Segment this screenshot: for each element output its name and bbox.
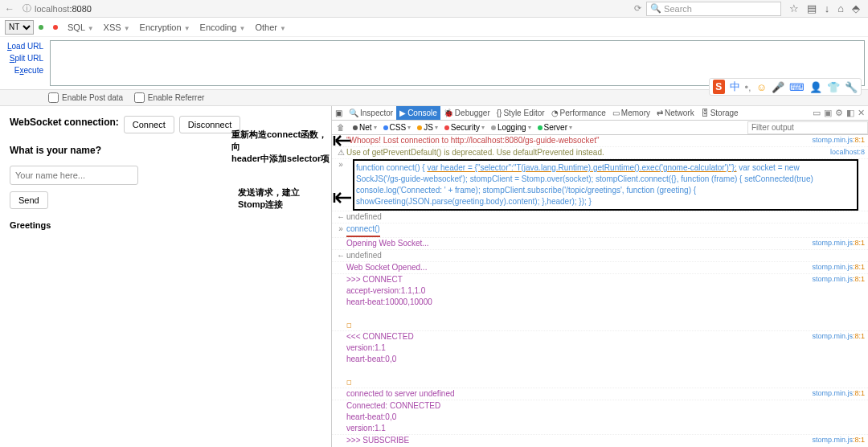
log-src: stomp.min.js:8:1 [809,135,865,146]
log-server: connected to server undefined [346,388,809,400]
log-lost: "Whoops! Lost connection to http://local… [346,135,809,146]
enable-referrer-checkbox[interactable] [134,92,145,103]
log-connected-block: <<< CONNECTEDversion:1.1heart-beat:0,0◻ [346,331,809,388]
ime-emoji-icon[interactable]: ☺ [756,81,767,93]
home-icon[interactable]: ⌂ [837,2,844,14]
split-console-icon[interactable]: ▭ [813,108,821,118]
annotation-1: 重新构造connect函数，向header中添加selector项 [231,129,331,165]
pill-net[interactable]: Net ▾ [350,123,380,132]
pill-logging[interactable]: Logging ▾ [488,123,534,132]
enable-post-label: Enable Post data [62,93,123,102]
output-icon: ← [335,211,346,223]
encryption-menu[interactable]: Encryption ▼ [135,23,195,32]
log-src: localhost:8 [827,147,865,158]
url-host: localhost [35,4,69,14]
sogou-logo-icon: S [713,80,725,94]
tab-performance[interactable]: ◔ Performance [548,106,609,120]
console-filter-row: 🗑 Net ▾ CSS ▾ JS ▾ Security ▾ Logging ▾ … [332,121,868,135]
downloads-icon[interactable]: ↓ [825,2,830,14]
xss-menu[interactable]: XSS ▼ [99,23,135,32]
search-input[interactable]: 🔍 Search [646,2,781,16]
log-connect-block: >>> CONNECTaccept-version:1.1,1.0heart-b… [346,274,809,330]
tab-memory[interactable]: ▭ Memory [609,106,653,120]
browser-toolbar-icons: ☆ ▤ ↓ ⌂ ⬘ [781,2,868,14]
url-bar[interactable]: ⓘ localhost:8080 ⟳ [19,2,646,14]
page-content: WebSocket connection: Connect Disconnect… [0,106,331,447]
log-connect-call: connect() [346,224,380,237]
ime-skin-icon[interactable]: 👕 [827,81,840,93]
sql-menu[interactable]: SQL ▼ [63,23,99,32]
tab-network[interactable]: ⇄ Network [653,106,698,120]
star-icon[interactable]: ☆ [789,2,799,14]
sogou-ime-bar[interactable]: S 中 •, ☺ 🎤 ⌨ 👤 👕 🔧 [709,78,862,96]
filter-output-input[interactable] [747,121,868,134]
log-undefined: undefined [346,211,865,223]
log-deprecated: Use of getPreventDefault() is deprecated… [346,147,827,158]
execute-link[interactable]: Execute [3,64,43,76]
pocket-icon[interactable]: ⬘ [852,2,860,14]
console-output[interactable]: "Whoops! Lost connection to http://local… [332,135,868,447]
url-port: :8080 [69,4,92,14]
ime-tools-icon[interactable]: 🔧 [845,81,858,93]
clear-console-icon[interactable]: 🗑 [332,123,350,132]
dock-icon[interactable]: ◧ [846,108,854,118]
bookmark-list-icon[interactable]: ▤ [807,2,817,14]
ws-label: WebSocket connection: [10,117,119,128]
tab-console[interactable]: ▶ Console [396,106,440,120]
ime-punct-icon[interactable]: •, [745,81,751,93]
tab-storage[interactable]: 🗄 Storage [698,106,742,120]
status-dot-green [39,25,43,30]
log-opened: Web Socket Opened... [346,262,809,273]
search-icon: 🔍 [650,3,661,14]
hackbar-toolbar: NT SQL ▼ XSS ▼ Encryption ▼ Encoding ▼ O… [0,18,868,37]
log-opening: Opening Web Socket... [346,238,809,249]
iframe-picker-icon[interactable]: ▣ [332,106,346,120]
pill-css[interactable]: CSS ▾ [380,123,415,132]
input-icon: » [335,159,346,211]
close-devtools-icon[interactable]: ✕ [858,108,865,118]
ime-keyboard-icon[interactable]: ⌨ [789,81,805,93]
nt-select[interactable]: NT [5,20,34,35]
encoding-menu[interactable]: Encoding ▼ [195,23,251,32]
code-input-box: function connect() { var header = {"sele… [353,159,858,211]
warning-icon: ⚠ [335,147,346,158]
connect-button[interactable]: Connect [124,116,174,133]
browser-chrome: ← ⓘ localhost:8080 ⟳ 🔍 Search ☆ ▤ ↓ ⌂ ⬘ [0,0,868,18]
settings-icon[interactable]: ⚙ [835,108,843,118]
log-connected: Connected: CONNECTEDheart-beat:0,0versio… [346,400,865,434]
greetings-heading: Greetings [10,220,321,230]
tab-debugger[interactable]: 🐞 Debugger [440,106,493,120]
enable-referrer-label: Enable Referrer [148,93,205,102]
ime-user-icon[interactable]: 👤 [809,81,822,93]
pill-server[interactable]: Server ▾ [534,123,575,132]
load-url-link[interactable]: LLoad URLoad URL [3,40,43,52]
reload-button[interactable]: ⟳ [634,3,641,14]
back-button[interactable]: ← [0,3,19,14]
devtools-tabs: ▣ 🔍 Inspector ▶ Console 🐞 Debugger {} St… [332,106,868,121]
tab-style-editor[interactable]: {} Style Editor [493,106,548,120]
name-input[interactable] [10,166,138,185]
pill-js[interactable]: JS ▾ [414,123,441,132]
log-subscribe: >>> SUBSCRIBEselector:T(java.lang.Runtim… [346,435,809,447]
ime-zh[interactable]: 中 [730,80,740,94]
other-menu[interactable]: Other ▼ [250,23,291,32]
info-icon[interactable]: ⓘ [19,2,35,14]
status-dot-red [53,25,58,30]
ime-mic-icon[interactable]: 🎤 [772,81,784,93]
send-button[interactable]: Send [10,191,48,209]
enable-post-checkbox[interactable] [48,92,59,103]
tab-inspector[interactable]: 🔍 Inspector [346,106,396,120]
devtools: ▣ 🔍 Inspector ▶ Console 🐞 Debugger {} St… [331,106,868,447]
pill-security[interactable]: Security ▾ [441,123,488,132]
split-url-link[interactable]: Split URL [3,52,43,64]
annotation-2: 发送请求，建立Stomp连接 [238,187,300,211]
responsive-icon[interactable]: ▣ [824,108,832,118]
